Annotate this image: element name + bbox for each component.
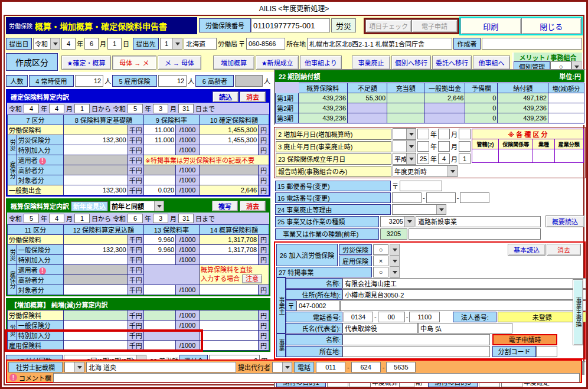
period-y1[interactable]: 5: [24, 214, 39, 223]
tel3-field[interactable]: 5635: [386, 362, 416, 372]
table-cell[interactable]: [64, 235, 128, 245]
table-cell[interactable]: [199, 310, 258, 321]
kubun-haishi-button[interactable]: 事業廃止: [352, 55, 390, 70]
owner-clear-button[interactable]: 消去: [547, 244, 581, 256]
r25-name-field[interactable]: 道路新設事業: [416, 216, 541, 227]
period-m1[interactable]: 4: [49, 104, 64, 113]
insurance-number-field[interactable]: 01101977775-001: [251, 18, 330, 32]
dropdown-arrow-icon[interactable]: [436, 205, 446, 214]
kubun-tajikumi-button[interactable]: 他事組より: [300, 55, 342, 70]
submit-era-select[interactable]: 令和: [33, 38, 60, 50]
table-cell[interactable]: [387, 103, 424, 113]
kihon-button[interactable]: 基本読込: [508, 244, 545, 256]
dropdown-arrow-icon[interactable]: [390, 244, 400, 256]
r16-tel1-field[interactable]: [392, 192, 422, 203]
dropdown-arrow-icon[interactable]: [154, 201, 164, 211]
table-cell[interactable]: [143, 255, 175, 265]
table-cell[interactable]: 1,455,300: [199, 125, 258, 135]
r2-day-field[interactable]: [459, 129, 471, 139]
period-d1[interactable]: 1: [74, 104, 90, 113]
kubun-botai-me-button[interactable]: 母体 → メ: [112, 55, 156, 70]
table-cell[interactable]: [64, 125, 128, 135]
owner-tel1[interactable]: 0134: [344, 312, 373, 322]
table-cell[interactable]: [64, 331, 128, 341]
period-y2[interactable]: 5: [128, 104, 143, 113]
table-cell[interactable]: [143, 341, 175, 351]
table-cell[interactable]: [199, 321, 258, 331]
dropdown-arrow-icon[interactable]: [390, 255, 400, 267]
table-cell[interactable]: 1,317,708: [199, 245, 258, 255]
dropdown-arrow-icon[interactable]: [390, 266, 400, 278]
owner-addr-field[interactable]: 小樽市潮見台3050-2: [342, 289, 586, 300]
gaisan-copy-button[interactable]: 複写: [212, 201, 238, 211]
sharoushi-name-field[interactable]: 北海 道央: [86, 362, 236, 372]
period-m1[interactable]: 4: [49, 214, 64, 223]
r16-tel2-field[interactable]: [426, 192, 456, 203]
dropdown-arrow-icon[interactable]: [406, 141, 416, 152]
table-cell[interactable]: [199, 331, 258, 341]
table-cell[interactable]: [548, 113, 584, 123]
period-d2[interactable]: 31: [178, 104, 194, 113]
r2-year-field[interactable]: [417, 129, 429, 139]
denshi-button[interactable]: 電子申請時: [492, 334, 557, 345]
address-field[interactable]: 札幌市北区北8西2-1-1 札幌第1合同庁舎: [307, 38, 452, 50]
author-field[interactable]: [482, 38, 582, 50]
table-cell[interactable]: [143, 145, 175, 155]
gaiyo-button[interactable]: 概要読込: [545, 215, 584, 227]
kubun-kakutei-gaisan-button[interactable]: ★確定・概算: [61, 55, 111, 70]
dropdown-arrow-icon[interactable]: [447, 166, 457, 176]
r2-month-field[interactable]: [438, 129, 450, 139]
r25-name2-field[interactable]: [409, 228, 541, 240]
mikomi-select[interactable]: 前年と同額: [110, 201, 164, 211]
r23-era-select[interactable]: 平成: [393, 153, 416, 165]
r23-year-field[interactable]: 25: [417, 153, 429, 164]
kubun-kobetsu-button[interactable]: 個別へ移行: [391, 55, 431, 70]
table-cell[interactable]: [199, 285, 258, 295]
chui-button[interactable]: 注意: [242, 274, 262, 283]
houkoku-select[interactable]: 年度更新時: [393, 165, 458, 177]
kakushu-cell[interactable]: [555, 149, 583, 162]
period-m2[interactable]: 3: [153, 104, 168, 113]
table-cell[interactable]: 132,300: [64, 245, 128, 255]
table-cell[interactable]: 1,455,300: [199, 135, 258, 145]
kubun-itaku-button[interactable]: 委託へ移行: [432, 55, 472, 70]
owner-tel2[interactable]: 00: [378, 312, 405, 322]
table-cell[interactable]: [199, 175, 258, 185]
table-cell[interactable]: 439,236: [298, 113, 347, 123]
table-cell[interactable]: [143, 175, 175, 185]
table-cell[interactable]: [64, 310, 128, 321]
period-m2[interactable]: 3: [153, 214, 168, 223]
kakushu-cell[interactable]: [533, 149, 554, 162]
r15-zip-field[interactable]: [400, 181, 442, 191]
koyou-hoken-value[interactable]: ×: [373, 256, 388, 266]
kubun-zouka-button[interactable]: 増加概算: [213, 55, 255, 70]
table-cell[interactable]: 2,646: [199, 185, 258, 195]
period-y2[interactable]: 6: [128, 214, 143, 223]
e-apply-button[interactable]: 電子申請: [411, 19, 458, 32]
r2-era-select[interactable]: [393, 128, 416, 140]
r3-day-field[interactable]: [459, 141, 471, 152]
table-cell[interactable]: 9.960: [143, 245, 175, 255]
table-cell[interactable]: 0: [465, 93, 498, 103]
table-cell[interactable]: 1,317,708: [199, 235, 258, 245]
table-cell[interactable]: 0: [465, 103, 498, 113]
table-cell[interactable]: [143, 321, 175, 331]
table-cell[interactable]: 55,300: [348, 93, 387, 103]
table-cell[interactable]: [64, 175, 128, 185]
dropdown-arrow-icon[interactable]: [404, 217, 414, 227]
r16-tel3-field[interactable]: [460, 192, 489, 203]
r23-day-field[interactable]: 1: [459, 153, 471, 164]
kakushu-cell[interactable]: [499, 149, 533, 162]
close-button[interactable]: 閉じる: [521, 18, 582, 34]
table-cell[interactable]: 132,300: [64, 135, 128, 145]
period-y1[interactable]: 4: [24, 104, 39, 113]
dropdown-arrow-icon[interactable]: [406, 129, 416, 139]
tel1-field[interactable]: 011: [316, 362, 345, 372]
dest-no-select[interactable]: 1: [160, 38, 182, 50]
kakutei-read-button[interactable]: 読込: [213, 91, 239, 102]
print-button[interactable]: 印刷: [460, 18, 521, 34]
r3-year-field[interactable]: [417, 141, 429, 152]
table-cell[interactable]: 2,646: [424, 93, 465, 103]
table-cell[interactable]: [64, 321, 128, 331]
r3-era-select[interactable]: [393, 140, 416, 152]
